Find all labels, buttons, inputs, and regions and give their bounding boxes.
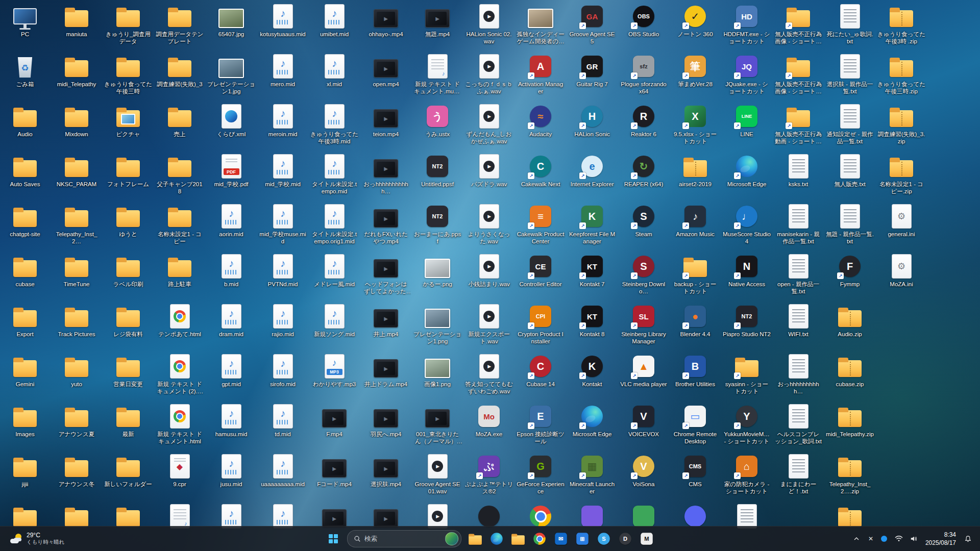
desktop-icon[interactable]: 通知設定ぜ - 親作品一覧.txt	[825, 103, 875, 145]
search-input[interactable]: 検索	[347, 530, 461, 547]
desktop-icon[interactable]: 調査練習(失敗)_3	[155, 53, 205, 88]
desktop-icon[interactable]: きゅうり食ってた午後三時	[103, 53, 153, 95]
desktop-icon[interactable]: 選択肢.mp4	[361, 453, 411, 488]
desktop-icon[interactable]: Gemini	[0, 353, 50, 388]
clock[interactable]: 8:34 2025/08/17	[921, 531, 960, 547]
desktop-icon[interactable]: 筆↗筆まめVer.28	[670, 53, 720, 88]
desktop-icon[interactable]: E↗Epson 接続診断ツール	[516, 403, 566, 445]
desktop-icon[interactable]: Telepathy_Inst_2….zip	[825, 453, 875, 495]
desktop-icon[interactable]: ごみ箱	[0, 53, 50, 88]
desktop-icon[interactable]: プレゼンテーション1.jpg	[206, 53, 256, 95]
desktop-icon[interactable]: hamusu.mid	[206, 403, 256, 438]
desktop-icon[interactable]: おっhhhhhhhhhh…	[773, 353, 823, 395]
desktop-icon[interactable]: タイトル未設定.tempo.orig1.mid	[309, 203, 359, 245]
desktop-icon[interactable]: xl.mid	[309, 53, 359, 88]
desktop-icon[interactable]: 井上.mp4	[361, 303, 411, 338]
desktop-icon[interactable]: ⌂↗家の防犯カメラ - ショートカット	[722, 453, 772, 495]
desktop-icon[interactable]: mid_学校muse.mid	[258, 203, 308, 245]
desktop-icon[interactable]: Export	[0, 303, 50, 338]
weather-widget[interactable]: 29°C くもり時々晴れ	[5, 530, 69, 548]
desktop-icon[interactable]: アナウンス夏	[52, 403, 102, 438]
desktop-icon[interactable]: 売上	[155, 103, 205, 138]
desktop-icon[interactable]: N↗Native Access	[722, 253, 772, 288]
desktop-icon[interactable]: airset2-2019	[670, 153, 720, 188]
desktop-icon[interactable]: ♪↗Amazon Music	[670, 203, 720, 238]
desktop-icon[interactable]: わかりやす.mp3	[309, 353, 359, 388]
search-daily-image[interactable]	[445, 532, 458, 545]
pinned-folder-button[interactable]	[508, 529, 528, 549]
desktop-icon[interactable]: だれもFXいれたやつ.mp4	[361, 203, 411, 245]
desktop-icon[interactable]: ↗無人販売不正行為画像 - ショートカット	[773, 53, 823, 95]
desktop-icon[interactable]: HD↗HDDFMT.exe - ショートカット	[722, 3, 772, 45]
tray-app-1-button[interactable]: ✕	[864, 529, 877, 549]
desktop-icon[interactable]: ohhayo-.mp4	[361, 3, 411, 38]
outlook-button[interactable]: ✉	[551, 529, 571, 549]
desktop-icon[interactable]: umibet.mid	[309, 3, 359, 38]
desktop-icon[interactable]: uaaaaaaaaa.mid	[258, 453, 308, 488]
desktop-icon[interactable]: Audio.zip	[825, 303, 875, 338]
desktop-icon[interactable]: ↗backup - ショートカット	[670, 253, 720, 295]
desktop-icon[interactable]: 井上ドラム.mp4	[361, 353, 411, 388]
desktop-icon[interactable]: ↗Microsoft Edge	[567, 403, 617, 438]
hidden-icons-button[interactable]	[850, 529, 863, 549]
desktop-icon[interactable]: メドレー風.mid	[309, 253, 359, 288]
desktop-icon[interactable]: 選択肢 - 親作品一覧.txt	[825, 53, 875, 95]
desktop-icon[interactable]: kotusytuaaus.mid	[258, 3, 308, 38]
desktop-icon[interactable]: 無題.mp4	[412, 3, 462, 38]
desktop-icon[interactable]: V↗VOICEVOX	[619, 403, 669, 438]
desktop-icon[interactable]: GR↗Guitar Rig 7	[567, 53, 617, 88]
desktop-icon[interactable]: K↗Keepforest File Manager	[567, 203, 617, 245]
google-chrome-button[interactable]	[529, 529, 550, 549]
volume-button[interactable]	[907, 529, 920, 549]
desktop-icon[interactable]: Audio	[0, 103, 50, 138]
desktop-icon[interactable]: ●↗Blender 4.4	[670, 303, 720, 338]
desktop-icon[interactable]: アナウンス冬	[52, 453, 102, 488]
desktop-icon[interactable]: JQ↗JQuake.exe - ショートカット	[722, 53, 772, 95]
desktop-icon[interactable]: 調査練習(失敗)_3.zip	[876, 103, 926, 145]
desktop-icon[interactable]: TimeTune	[52, 253, 102, 288]
desktop-icon[interactable]: GA↗Groove Agent SE 5	[567, 3, 617, 45]
desktop-icon[interactable]: 孤独なインディーゲーム開発者の一生…	[516, 3, 566, 45]
desktop-icon[interactable]: ↗無人販売不正行為動画 - ショートカット	[773, 103, 823, 145]
desktop-icon[interactable]: A↗Activation Manager	[516, 53, 566, 95]
desktop-icon[interactable]: H↗HALion Sonic	[567, 103, 617, 138]
desktop-icon[interactable]: ううみ.ustx	[412, 103, 462, 138]
desktop-icon[interactable]: NT2↗Piapro Studio NT2	[722, 303, 772, 338]
microsoft-edge-button[interactable]	[486, 529, 507, 549]
desktop-icon[interactable]: フォトフレーム	[103, 153, 153, 188]
desktop-icon[interactable]: PC	[0, 3, 50, 38]
desktop-icon[interactable]: ▭↗Chrome Remote Desktop	[670, 403, 720, 445]
desktop-icon[interactable]: ↗syasinn - ショートカット	[722, 353, 772, 395]
desktop-icon[interactable]: yuto	[52, 353, 102, 388]
desktop-icon[interactable]: sfz↗Plogue sforzando x64	[619, 53, 669, 95]
desktop-icon[interactable]: maniuta	[52, 3, 102, 38]
desktop-icon[interactable]: 無人販売.txt	[825, 153, 875, 188]
desktop-icon[interactable]: 新規エクスポート.wav	[464, 303, 514, 345]
desktop-icon[interactable]: S↗Steinberg Downlo…	[619, 253, 669, 295]
desktop-icon[interactable]: 画像1.png	[412, 353, 462, 388]
desktop-icon[interactable]: きゅうり食ってた午後三時.zip	[876, 53, 926, 95]
desktop[interactable]: PCmaniutaきゅうり_調査用データ調査用データテンプレート65407.jp…	[0, 0, 980, 527]
desktop-icon[interactable]: Telepathy_Inst_2…	[52, 203, 102, 245]
notifications-button[interactable]	[961, 529, 975, 549]
desktop-icon[interactable]: Fコード.mp4	[309, 453, 359, 488]
desktop-icon[interactable]: S↗Steam	[619, 203, 669, 238]
desktop-icon[interactable]: 名称未設定1 - コピー.zip	[876, 153, 926, 195]
desktop-icon[interactable]: まにまにわーど！.txt	[773, 453, 823, 495]
file-explorer-button[interactable]	[465, 529, 485, 549]
desktop-icon[interactable]: Images	[0, 403, 50, 438]
desktop-icon[interactable]: NKSC_PARAM	[52, 153, 102, 188]
desktop-icon[interactable]: general.ini	[876, 203, 926, 238]
desktop-icon[interactable]: 父子キャンプ2018	[155, 153, 205, 195]
desktop-icon[interactable]: sirofo.mid	[258, 353, 308, 388]
desktop-icon[interactable]: CMS↗CMS	[670, 453, 720, 488]
desktop-icon[interactable]: こっちのｆｄｓｂふぁ.wav	[464, 53, 514, 95]
tray-app-2-button[interactable]	[877, 529, 891, 549]
desktop-icon[interactable]: SL↗Steinberg Library Manager	[619, 303, 669, 345]
desktop-icon[interactable]: ヘルスコンプレッション_歌詞.txt	[773, 403, 823, 445]
desktop-icon[interactable]: Mixdown	[52, 103, 102, 138]
desktop-icon[interactable]: teion.mp4	[361, 103, 411, 138]
desktop-icon[interactable]: ▦↗Minecraft Launcher	[567, 453, 617, 495]
microsoft-store-button[interactable]: ⊞	[572, 529, 593, 549]
desktop-icon[interactable]: open - 親作品一覧.txt	[773, 253, 823, 295]
